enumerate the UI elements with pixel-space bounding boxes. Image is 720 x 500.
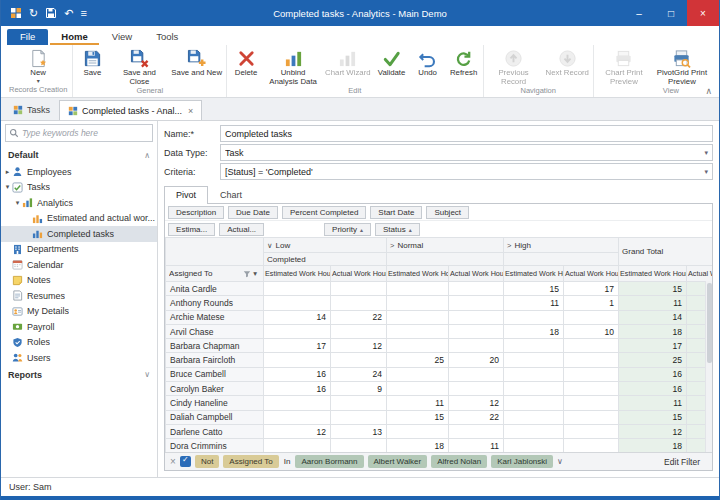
pivot-measure-header[interactable]: Estimated Work Hours — [619, 266, 687, 282]
pivot-filter-field-start-date[interactable]: Start Date — [370, 206, 422, 219]
filter-values-dropdown-icon[interactable]: ∨ — [557, 457, 563, 466]
document-tab-tasks[interactable]: Tasks — [5, 100, 58, 120]
document-tab-completed-tasks-anal[interactable]: Completed tasks - Anal...× — [59, 100, 202, 120]
qat-save-icon[interactable] — [45, 7, 57, 19]
search-input[interactable] — [19, 128, 149, 138]
ribbon-button-pivotgrid-print-preview[interactable]: PivotGrid Print Preview — [653, 46, 711, 86]
tree-expander-icon[interactable]: ▸ — [3, 168, 12, 176]
ribbon-button-save-and-close[interactable]: Save and Close — [110, 46, 168, 86]
ribbon-tab-view[interactable]: View — [101, 29, 143, 45]
ribbon-button-save[interactable]: Save — [74, 46, 110, 86]
filter-chip-not[interactable]: Not — [195, 455, 219, 468]
expand-collapse-icon[interactable]: > — [507, 241, 511, 250]
sidebar-item-resumes[interactable]: Resumes — [1, 288, 157, 304]
pivot-filter-field-subject[interactable]: Subject — [426, 206, 469, 219]
tab-close-icon[interactable]: × — [188, 106, 193, 116]
qat-undo-icon[interactable]: ↶ — [64, 8, 73, 19]
sidebar-group-reports[interactable]: Reports∨ — [1, 366, 157, 384]
pivot-filter-field-percent-completed[interactable]: Percent Completed — [282, 206, 366, 219]
pivot-row-name[interactable]: Anita Cardle — [166, 282, 264, 296]
ribbon-button-delete[interactable]: Delete — [228, 46, 264, 86]
pivot-status-header[interactable]: Completed — [264, 253, 387, 266]
sidebar-item-employees[interactable]: ▸Employees — [1, 164, 157, 180]
sidebar-item-calendar[interactable]: Calendar — [1, 257, 157, 273]
close-button[interactable]: × — [687, 0, 719, 26]
filter-value-chip-karl-jablonski[interactable]: Karl Jablonski — [491, 455, 553, 468]
pivot-column-field-priority[interactable]: Priority▴ — [324, 223, 371, 236]
pivot-row-field-assigned-to[interactable]: Assigned To▾ — [166, 266, 264, 282]
minimize-button[interactable]: – — [623, 0, 655, 26]
pivot-column-group-normal[interactable]: >Normal — [387, 238, 504, 253]
pivot-row-name[interactable]: Carolyn Baker — [166, 382, 264, 396]
tab-chart[interactable]: Chart — [208, 186, 254, 203]
pivot-measure-header[interactable]: Actual Work Hours — [449, 266, 504, 282]
chevron-icon[interactable]: ∨ — [144, 370, 150, 379]
filter-enabled-checkbox[interactable] — [180, 456, 191, 467]
scrollbar-thumb[interactable] — [707, 283, 712, 363]
pivot-filter-field-due-date[interactable]: Due Date — [228, 206, 278, 219]
sidebar-item-tasks[interactable]: ▾Tasks — [1, 180, 157, 196]
name-input[interactable] — [220, 125, 713, 142]
pivot-row-name[interactable]: Daliah Campbell — [166, 410, 264, 424]
data-type-dropdown[interactable]: Task ▾ — [220, 144, 713, 161]
pivot-row-name[interactable]: Archie Matese — [166, 310, 264, 324]
tree-expander-icon[interactable]: ▾ — [13, 199, 22, 207]
filter-value-chip-albert-walker[interactable]: Albert Walker — [368, 455, 428, 468]
ribbon-button-unbind-analysis-data[interactable]: Unbind Analysis Data — [264, 46, 322, 86]
pivot-measure-header[interactable]: Actual Work Hours — [687, 266, 712, 282]
pivot-row-name[interactable]: Cindy Haneline — [166, 396, 264, 410]
sidebar-item-notes[interactable]: Notes — [1, 273, 157, 289]
filter-value-chip-alfred-nolan[interactable]: Alfred Nolan — [431, 455, 487, 468]
expand-collapse-icon[interactable]: ∨ — [267, 241, 273, 250]
qat-menu-icon[interactable]: ≡ — [80, 8, 86, 19]
pivot-column-field-status[interactable]: Status▴ — [375, 223, 420, 236]
vertical-scrollbar[interactable] — [705, 281, 712, 452]
ribbon-tab-home[interactable]: Home — [50, 29, 98, 45]
filter-value-chip-aaron-bormann[interactable]: Aaron Bormann — [295, 455, 363, 468]
pivot-row-name[interactable]: Barbara Chapman — [166, 339, 264, 353]
ribbon-button-validate[interactable]: Validate — [374, 46, 410, 86]
pivot-column-group-high[interactable]: >High — [504, 238, 619, 253]
pivot-row-name[interactable]: Arvil Chase — [166, 324, 264, 338]
ribbon-tab-file[interactable]: File — [7, 29, 48, 45]
chevron-icon[interactable]: ∧ — [144, 151, 150, 160]
pivot-measure-header[interactable]: Estimated Work Hours — [387, 266, 449, 282]
ribbon-button-new[interactable]: New▾ — [20, 46, 56, 85]
pivot-row-name[interactable]: Bruce Cambell — [166, 367, 264, 381]
search-box[interactable] — [5, 124, 153, 142]
ribbon-button-undo[interactable]: Undo — [410, 46, 446, 86]
chevron-down-icon[interactable]: ▾ — [253, 269, 257, 278]
sidebar-item-my-details[interactable]: My Details — [1, 304, 157, 320]
pivot-filter-field-description[interactable]: Description — [168, 206, 224, 219]
app-logo-icon[interactable] — [10, 7, 22, 19]
sidebar-item-users[interactable]: Users — [1, 350, 157, 366]
pivot-row-name[interactable]: Anthony Rounds — [166, 296, 264, 310]
pivot-measure-header[interactable]: Estimated Work Hours — [264, 266, 331, 282]
pivot-measure-header[interactable]: Estimated Work Hours — [504, 266, 564, 282]
ribbon-button-save-and-new[interactable]: Save and New — [168, 46, 225, 86]
sidebar-item-completed-tasks[interactable]: Completed tasks — [1, 226, 157, 242]
filter-chip-assigned-to[interactable]: Assigned To — [223, 455, 278, 468]
expand-collapse-icon[interactable]: > — [390, 241, 394, 250]
sidebar-group-default[interactable]: Default∧ — [1, 146, 157, 164]
ribbon-collapse-button[interactable]: ∧ — [705, 86, 712, 96]
pivot-row-name[interactable]: Dora Crimmins — [166, 439, 264, 452]
filter-funnel-icon[interactable] — [243, 270, 251, 278]
sidebar-item-departments[interactable]: Departments — [1, 242, 157, 258]
sidebar-item-analytics[interactable]: ▾Analytics — [1, 195, 157, 211]
edit-filter-button[interactable]: Edit Filter — [657, 456, 707, 468]
clear-filter-button[interactable]: × — [170, 457, 176, 467]
pivot-row-name[interactable]: Darlene Catto — [166, 424, 264, 438]
ribbon-button-refresh[interactable]: Refresh — [446, 46, 482, 86]
tab-pivot[interactable]: Pivot — [164, 186, 208, 204]
ribbon-tab-tools[interactable]: Tools — [145, 29, 189, 45]
titlebar[interactable]: ↻ ↶ ≡ Completed tasks - Analytics - Main… — [1, 0, 719, 26]
tree-expander-icon[interactable]: ▾ — [3, 183, 12, 191]
pivot-row-name[interactable]: Barbara Faircloth — [166, 353, 264, 367]
ribbon-button-close[interactable]: Close — [711, 46, 719, 86]
pivot-data-field-actual[interactable]: Actual... — [219, 223, 264, 236]
sidebar-item-payroll[interactable]: Payroll — [1, 319, 157, 335]
pivot-column-group-low[interactable]: ∨Low — [264, 238, 387, 253]
pivot-measure-header[interactable]: Actual Work Hours — [331, 266, 387, 282]
qat-refresh-icon[interactable]: ↻ — [29, 8, 38, 19]
